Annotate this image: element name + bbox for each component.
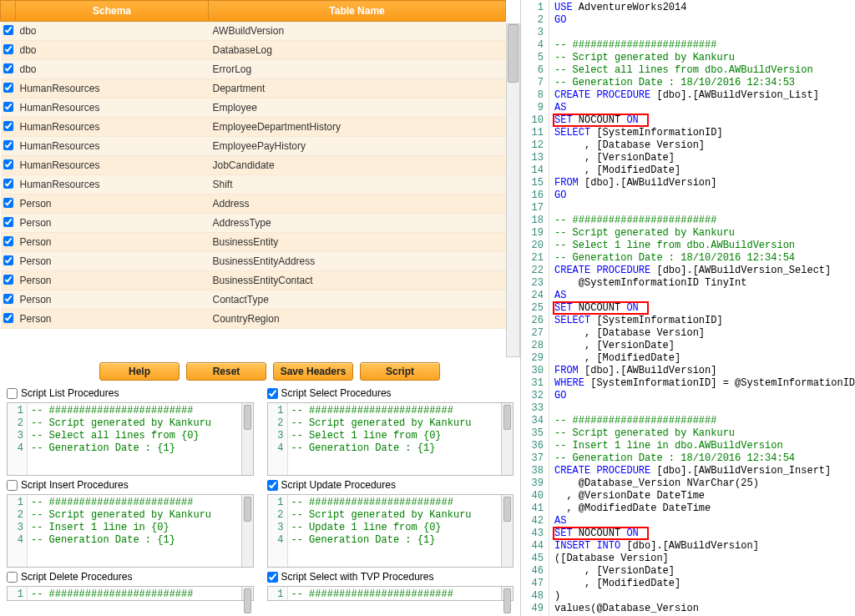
code-lines: -- ######################## -- Script ge… — [288, 403, 475, 475]
sql-line: , [ModifiedDate] — [554, 164, 850, 177]
table-row[interactable]: PersonCountryRegion — [1, 310, 506, 329]
sql-line: -- ######################## — [554, 39, 850, 52]
panel-code-delete[interactable]: 1-- ######################## — [7, 586, 254, 601]
col-tablename-header[interactable]: Table Name — [209, 1, 506, 22]
sql-line: , [VersionDate] — [554, 152, 850, 164]
panel-scrollbar[interactable] — [501, 495, 513, 567]
row-checkbox[interactable] — [3, 83, 13, 93]
row-checkbox[interactable] — [3, 313, 13, 323]
panel-code-list[interactable]: 1234-- ######################## -- Scrip… — [7, 402, 254, 476]
row-checkbox[interactable] — [3, 63, 13, 73]
sql-line: GO — [554, 14, 850, 27]
row-checkbox[interactable] — [3, 25, 13, 35]
sql-editor-panel: 1234567891011121314151617181920212223242… — [521, 0, 855, 616]
reset-button[interactable]: Reset — [186, 362, 266, 381]
panel-tvp: Script Select with TVP Procedures1-- ###… — [261, 568, 521, 601]
row-checkbox[interactable] — [3, 236, 13, 246]
save-headers-button[interactable]: Save Headers — [273, 362, 353, 381]
row-checkbox[interactable] — [3, 217, 13, 227]
table-row[interactable]: PersonBusinessEntityAddress — [1, 252, 506, 271]
table-row[interactable]: dboAWBuildVersion — [1, 22, 506, 41]
cell-tablename: EmployeeDepartmentHistory — [209, 118, 506, 137]
table-row[interactable]: HumanResourcesEmployee — [1, 98, 506, 118]
table-row[interactable]: HumanResourcesShift — [1, 175, 506, 194]
col-checkbox-header[interactable] — [1, 1, 16, 22]
cell-tablename: BusinessEntityAddress — [209, 252, 506, 271]
panel-scrollbar[interactable] — [501, 403, 513, 475]
cell-schema: Person — [16, 214, 209, 233]
row-checkbox[interactable] — [3, 140, 13, 150]
row-checkbox[interactable] — [3, 255, 13, 265]
code-gutter: 1 — [8, 587, 28, 600]
cell-schema: HumanResources — [16, 156, 209, 175]
panel-scrollbar[interactable] — [241, 587, 253, 600]
scrollbar-thumb[interactable] — [508, 24, 519, 83]
panel-checkbox-select[interactable] — [267, 388, 278, 399]
cell-schema: dbo — [16, 60, 209, 79]
sql-line — [554, 202, 850, 215]
sql-line: ) — [554, 590, 850, 603]
panel-list: Script List Procedures1234-- ###########… — [0, 384, 261, 476]
sql-line: -- Select 1 line from dbo.AWBuildVersion — [554, 240, 850, 252]
panel-scrollbar[interactable] — [241, 403, 253, 475]
cell-tablename: BusinessEntity — [209, 233, 506, 252]
row-checkbox[interactable] — [3, 102, 13, 112]
cell-schema: HumanResources — [16, 79, 209, 98]
panel-scrollbar[interactable] — [501, 587, 513, 600]
code-lines: -- ######################## -- Script ge… — [288, 495, 475, 567]
panel-select: Script Select Procedures1234-- #########… — [261, 384, 521, 476]
panel-code-update[interactable]: 1234-- ######################## -- Scrip… — [267, 494, 514, 568]
table-row[interactable]: dboDatabaseLog — [1, 41, 506, 60]
panel-checkbox-list[interactable] — [7, 388, 18, 399]
panel-title-list: Script List Procedures — [21, 387, 119, 399]
row-checkbox[interactable] — [3, 179, 13, 189]
panel-code-insert[interactable]: 1234-- ######################## -- Scrip… — [7, 494, 254, 568]
panel-checkbox-update[interactable] — [267, 480, 278, 491]
table-row[interactable]: PersonBusinessEntityContact — [1, 271, 506, 290]
sql-line: -- Script generated by Kankuru — [554, 427, 850, 440]
cell-schema: Person — [16, 310, 209, 329]
table-row[interactable]: HumanResourcesDepartment — [1, 79, 506, 98]
table-row[interactable]: HumanResourcesEmployeePayHistory — [1, 137, 506, 156]
sql-line: ([Database Version] — [554, 553, 850, 565]
table-row[interactable]: HumanResourcesJobCandidate — [1, 156, 506, 175]
row-checkbox[interactable] — [3, 44, 13, 54]
panel-code-tvp[interactable]: 1-- ######################## — [267, 586, 514, 601]
table-row[interactable]: PersonAddressType — [1, 214, 506, 233]
table-row[interactable]: PersonContactType — [1, 290, 506, 310]
cell-tablename: ContactType — [209, 290, 506, 310]
script-button[interactable]: Script — [360, 362, 440, 381]
cell-tablename: ErrorLog — [209, 60, 506, 79]
sql-code-area[interactable]: USE AdventureWorks2014GO -- ############… — [549, 0, 855, 616]
table-row[interactable]: dboErrorLog — [1, 60, 506, 79]
row-checkbox[interactable] — [3, 121, 13, 131]
table-scrollbar[interactable] — [506, 23, 520, 357]
cell-schema: Person — [16, 290, 209, 310]
row-checkbox[interactable] — [3, 159, 13, 169]
table-row[interactable]: HumanResourcesEmployeeDepartmentHistory — [1, 118, 506, 137]
panel-checkbox-insert[interactable] — [7, 480, 18, 491]
sql-line — [554, 402, 850, 415]
row-checkbox[interactable] — [3, 294, 13, 304]
table-row[interactable]: PersonAddress — [1, 194, 506, 214]
sql-editor[interactable]: 1234567891011121314151617181920212223242… — [521, 0, 855, 616]
help-button[interactable]: Help — [99, 362, 180, 381]
code-lines: -- ######################## — [288, 587, 457, 600]
table-row[interactable]: PersonBusinessEntity — [1, 233, 506, 252]
sql-line: CREATE PROCEDURE [dbo].[AWBuildVersion_L… — [554, 89, 850, 102]
panel-checkbox-delete[interactable] — [7, 572, 18, 583]
panel-scrollbar[interactable] — [241, 495, 253, 567]
row-checkbox[interactable] — [3, 198, 13, 208]
panel-delete: Script Delete Procedures1-- ############… — [0, 568, 261, 601]
sql-line: SET NOCOUNT ON — [554, 114, 850, 127]
code-gutter: 1234 — [268, 403, 288, 475]
sql-line: SET NOCOUNT ON — [554, 302, 850, 315]
col-schema-header[interactable]: Schema — [16, 1, 209, 22]
cell-tablename: BusinessEntityContact — [209, 271, 506, 290]
panel-code-select[interactable]: 1234-- ######################## -- Scrip… — [267, 402, 514, 476]
sql-line: -- Generation Date : 18/10/2016 12:34:54 — [554, 252, 850, 265]
sql-line: , [ModifiedDate] — [554, 578, 850, 590]
panel-checkbox-tvp[interactable] — [267, 572, 278, 583]
sql-line: -- Select all lines from dbo.AWBuildVers… — [554, 64, 850, 77]
row-checkbox[interactable] — [3, 275, 13, 285]
